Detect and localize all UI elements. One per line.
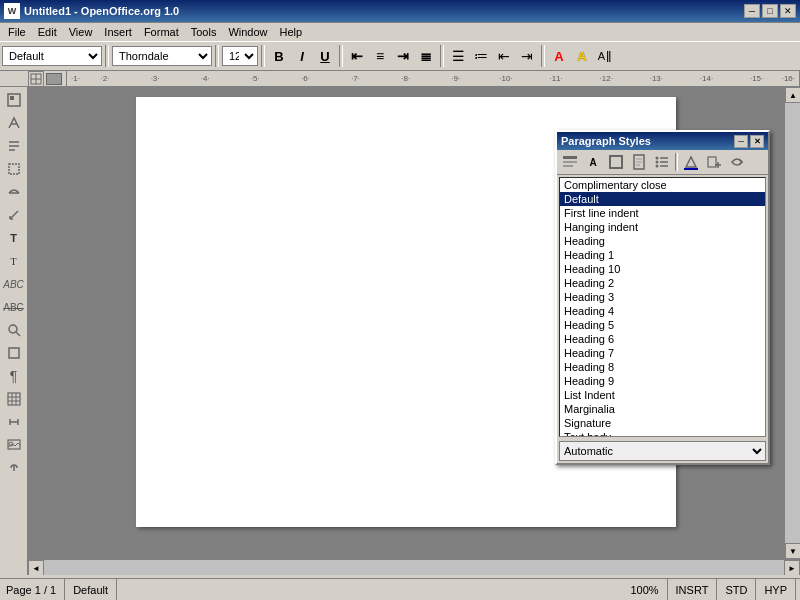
font-size-dropdown[interactable]: 12 (222, 46, 258, 66)
font-color-button[interactable]: A (548, 45, 570, 67)
style-item-text-body[interactable]: Text body (560, 430, 765, 437)
styles-new-from-selection-btn[interactable] (703, 152, 725, 172)
style-item-complimentary[interactable]: Complimentary close (560, 178, 765, 192)
scroll-down-button[interactable]: ▼ (785, 543, 800, 559)
justify-button[interactable]: ≣ (415, 45, 437, 67)
dialog-close-button[interactable]: ✕ (750, 135, 764, 148)
left-tool-rect[interactable] (3, 342, 25, 364)
scroll-track-horizontal[interactable] (44, 560, 784, 575)
style-item-heading-10[interactable]: Heading 10 (560, 262, 765, 276)
menu-tools[interactable]: Tools (185, 24, 223, 40)
left-tool-spellcheck2[interactable]: ABC (3, 296, 25, 318)
style-item-heading-3[interactable]: Heading 3 (560, 290, 765, 304)
style-item-heading-9[interactable]: Heading 9 (560, 374, 765, 388)
left-tool-2[interactable] (3, 112, 25, 134)
left-tool-spellcheck[interactable]: ABC (3, 273, 25, 295)
menu-window[interactable]: Window (222, 24, 273, 40)
menu-edit[interactable]: Edit (32, 24, 63, 40)
align-center-button[interactable]: ≡ (369, 45, 391, 67)
ruler-marker-left[interactable] (46, 73, 62, 85)
scroll-right-button[interactable]: ► (784, 560, 800, 575)
separator-6 (541, 45, 545, 67)
svg-point-33 (656, 165, 659, 168)
left-tool-para[interactable]: ¶ (3, 365, 25, 387)
minimize-button[interactable]: ─ (744, 4, 760, 18)
menu-insert[interactable]: Insert (98, 24, 138, 40)
styles-view-btn-4[interactable] (628, 152, 650, 172)
close-button[interactable]: ✕ (780, 4, 796, 18)
underline-button[interactable]: U (314, 45, 336, 67)
menu-format[interactable]: Format (138, 24, 185, 40)
left-tool-graphic[interactable] (3, 434, 25, 456)
style-item-heading-6[interactable]: Heading 6 (560, 332, 765, 346)
scroll-left-button[interactable]: ◄ (28, 560, 44, 575)
style-dropdown[interactable]: Default (2, 46, 102, 66)
svg-point-12 (9, 325, 17, 333)
maximize-button[interactable]: □ (762, 4, 778, 18)
main-area: T T ABC ABC ¶ (0, 87, 800, 575)
ordered-list-button[interactable]: ≔ (470, 45, 492, 67)
style-item-first-line-indent[interactable]: First line indent (560, 206, 765, 220)
styles-update-style-btn[interactable] (726, 152, 748, 172)
style-item-marginalia[interactable]: Marginalia (560, 402, 765, 416)
menu-view[interactable]: View (63, 24, 99, 40)
ruler-icon (28, 71, 44, 87)
unordered-list-button[interactable]: ☰ (447, 45, 469, 67)
left-tool-7[interactable]: T (3, 227, 25, 249)
align-right-button[interactable]: ⇥ (392, 45, 414, 67)
styles-fill-format-btn[interactable] (680, 152, 702, 172)
styles-filter-dropdown[interactable]: Automatic All Styles Applied Styles Cust… (559, 441, 766, 461)
style-item-heading-1[interactable]: Heading 1 (560, 248, 765, 262)
left-tool-find[interactable] (3, 319, 25, 341)
scroll-up-button[interactable]: ▲ (785, 87, 800, 103)
left-tool-3[interactable] (3, 135, 25, 157)
style-item-heading-5[interactable]: Heading 5 (560, 318, 765, 332)
document-canvas[interactable]: Paragraph Styles ─ ✕ A (28, 87, 784, 559)
app-icon: W (4, 3, 20, 19)
style-item-hanging-indent[interactable]: Hanging indent (560, 220, 765, 234)
main-toolbar: Default Thorndale 12 B I U ⇤ ≡ ⇥ ≣ ☰ ≔ ⇤… (0, 42, 800, 70)
svg-point-31 (656, 157, 659, 160)
svg-point-32 (656, 161, 659, 164)
left-tool-select[interactable] (3, 89, 25, 111)
styles-view-btn-1[interactable] (559, 152, 581, 172)
style-item-heading-2[interactable]: Heading 2 (560, 276, 765, 290)
styles-view-btn-5[interactable] (651, 152, 673, 172)
menu-file[interactable]: File (2, 24, 32, 40)
style-item-list-indent[interactable]: List Indent (560, 388, 765, 402)
style-item-heading[interactable]: Heading (560, 234, 765, 248)
dialog-minimize-button[interactable]: ─ (734, 135, 748, 148)
svg-rect-26 (610, 156, 622, 168)
increase-indent-button[interactable]: ⇥ (516, 45, 538, 67)
char-spacing-button[interactable]: Aǁ (594, 45, 616, 67)
dialog-title-bar[interactable]: Paragraph Styles ─ ✕ (557, 132, 768, 150)
menu-help[interactable]: Help (274, 24, 309, 40)
left-tool-5[interactable] (3, 181, 25, 203)
styles-view-btn-3[interactable] (605, 152, 627, 172)
highlight-color-button[interactable]: A (571, 45, 593, 67)
styles-list[interactable]: Complimentary close Default First line i… (559, 177, 766, 437)
italic-button[interactable]: I (291, 45, 313, 67)
style-item-heading-4[interactable]: Heading 4 (560, 304, 765, 318)
style-item-default[interactable]: Default (560, 192, 765, 206)
svg-rect-9 (9, 164, 19, 174)
left-tool-8[interactable]: T (3, 250, 25, 272)
status-hyp: HYP (756, 579, 796, 600)
decrease-indent-button[interactable]: ⇤ (493, 45, 515, 67)
left-tool-6[interactable] (3, 204, 25, 226)
left-tool-4[interactable] (3, 158, 25, 180)
separator-1 (105, 45, 109, 67)
style-item-signature[interactable]: Signature (560, 416, 765, 430)
left-tool-misc[interactable] (3, 457, 25, 479)
bold-button[interactable]: B (268, 45, 290, 67)
document-area: Paragraph Styles ─ ✕ A (28, 87, 800, 575)
left-tool-table[interactable] (3, 388, 25, 410)
title-bar-controls: ─ □ ✕ (744, 4, 796, 18)
style-item-heading-8[interactable]: Heading 8 (560, 360, 765, 374)
font-dropdown[interactable]: Thorndale (112, 46, 212, 66)
left-tool-fields[interactable] (3, 411, 25, 433)
align-left-button[interactable]: ⇤ (346, 45, 368, 67)
style-item-heading-7[interactable]: Heading 7 (560, 346, 765, 360)
styles-view-btn-2[interactable]: A (582, 152, 604, 172)
scroll-track-vertical[interactable] (785, 103, 800, 543)
